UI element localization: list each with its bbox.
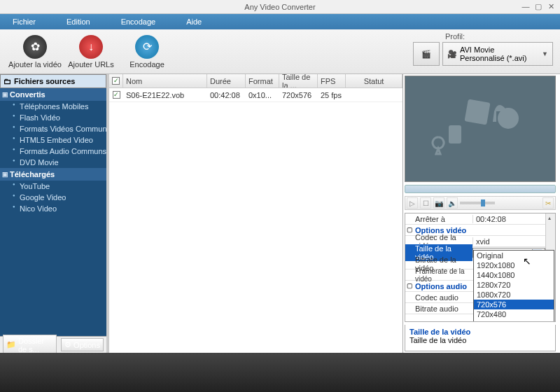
crop-icon[interactable]: ✂ xyxy=(542,197,554,209)
toolbar: ✿ Ajouter la vidéo ↓ Ajouter URLs ⟳ Enco… xyxy=(0,29,560,74)
properties-panel: Arrêter à00:42:08 Options vidéo Codec de… xyxy=(405,213,556,322)
speaker-icon[interactable]: 🔈 xyxy=(447,197,458,209)
folder-icon: 🗀 xyxy=(4,77,11,85)
menu-file[interactable]: Fichier xyxy=(7,16,41,27)
camera-icon[interactable]: 📷 xyxy=(433,197,444,209)
dropdown-item[interactable]: 720x480 xyxy=(474,309,545,319)
download-icon: ↓ xyxy=(79,35,103,59)
close-icon[interactable]: ✕ xyxy=(546,1,556,11)
tree-item[interactable]: Formats Vidéos Communs xyxy=(0,123,106,134)
header-check-all[interactable]: ✓ xyxy=(109,74,123,88)
col-duration[interactable]: Durée xyxy=(207,74,246,88)
tree-item[interactable]: Téléphones Mobiles xyxy=(0,101,106,112)
table-row[interactable]: ✓ S06-E21E22.vob 00:42:08 0x10... 720x57… xyxy=(109,88,402,102)
encoding-button[interactable]: ⟳ Encodage xyxy=(119,35,175,69)
tree-item[interactable]: Flash Vidéo xyxy=(0,112,106,123)
window-title: Any Video Converter xyxy=(244,3,315,11)
dropdown-item[interactable]: 1080x720 xyxy=(474,290,545,300)
col-size[interactable]: Taille de la ... xyxy=(279,74,318,88)
menu-edit[interactable]: Edition xyxy=(61,16,96,27)
col-format[interactable]: Format xyxy=(246,74,279,88)
sidebar: 🗀 Fichiers sources ConvertisTéléphones M… xyxy=(0,74,106,353)
tree-group[interactable]: Convertis xyxy=(0,88,106,101)
refresh-icon: ⟳ xyxy=(135,35,159,59)
col-fps[interactable]: FPS xyxy=(318,74,346,88)
film-reel-icon: ✿ xyxy=(23,35,47,59)
col-status[interactable]: Statut xyxy=(346,74,402,88)
seek-slider[interactable] xyxy=(405,185,556,193)
tree-item[interactable]: YouTube xyxy=(0,181,106,192)
options-button[interactable]: ⚙ Options xyxy=(61,338,104,351)
minimize-icon[interactable]: — xyxy=(521,1,531,11)
section-audio-options[interactable]: Options audio xyxy=(405,282,467,290)
tree-group[interactable]: Téléchargés xyxy=(0,168,106,181)
footer xyxy=(0,353,560,392)
right-panel: ▷ ☐ 📷 🔈 ✂ Arrêter à00:42:08 Options vidé… xyxy=(403,74,560,353)
sidebar-tree: ConvertisTéléphones MobilesFlash VidéoFo… xyxy=(0,88,106,336)
tree-item[interactable]: HTML5 Embed Video xyxy=(0,134,106,146)
dropdown-item[interactable]: 1440x1080 xyxy=(474,270,545,280)
svg-rect-0 xyxy=(464,99,490,125)
sidebar-title: 🗀 Fichiers sources xyxy=(0,74,106,88)
svg-rect-2 xyxy=(449,125,461,144)
play-icon[interactable]: ▷ xyxy=(407,197,418,209)
preview-area xyxy=(405,76,556,182)
col-name[interactable]: Nom xyxy=(123,74,207,88)
dropdown-item[interactable]: 1280x720 xyxy=(474,280,545,290)
output-folder-button[interactable]: 📁 Dossier de s... xyxy=(3,335,57,354)
dropdown-item[interactable]: Original xyxy=(474,251,545,260)
profile-label: Profil: xyxy=(413,32,553,41)
film-strip-icon: 🎬 xyxy=(421,50,431,59)
file-grid: ✓ Nom Durée Format Taille de la ... FPS … xyxy=(109,74,403,353)
menu-help[interactable]: Aide xyxy=(181,16,207,27)
gear-icon: ⚙ xyxy=(64,340,71,349)
chevron-down-icon: ▼ xyxy=(542,50,548,57)
menu-encode[interactable]: Encodage xyxy=(115,16,162,27)
property-description: Taille de la vidéo Taille de la vidéo xyxy=(405,325,556,351)
stop-icon[interactable]: ☐ xyxy=(420,197,431,209)
menubar: Fichier Edition Encodage Aide xyxy=(0,14,560,29)
maximize-icon[interactable]: ▢ xyxy=(533,1,543,11)
add-video-button[interactable]: ✿ Ajouter la vidéo xyxy=(7,35,63,69)
dropdown-item[interactable]: 1920x1080 xyxy=(474,260,545,270)
tree-item[interactable]: Formats Audio Communs xyxy=(0,146,106,157)
profile-open-button[interactable]: 🎬 xyxy=(413,42,440,66)
video-size-options-list[interactable]: Original1920x10801440x10801280x7201080x7… xyxy=(473,250,545,321)
dropdown-item[interactable]: 640x480 xyxy=(474,319,545,321)
profile-dropdown[interactable]: 🎥 AVI Movie Personnalisé (*.avi) ▼ xyxy=(442,42,553,66)
row-checkbox[interactable]: ✓ xyxy=(109,88,123,102)
tree-item[interactable]: DVD Movie xyxy=(0,157,106,168)
movie-icon: 🎥 xyxy=(447,50,457,59)
player-controls: ▷ ☐ 📷 🔈 ✂ xyxy=(405,196,556,210)
volume-slider[interactable] xyxy=(460,202,495,204)
titlebar: Any Video Converter — ▢ ✕ xyxy=(0,0,560,14)
folder-open-icon: 📁 xyxy=(6,340,16,349)
tree-item[interactable]: Google Video xyxy=(0,192,106,203)
tree-item[interactable]: Nico Video xyxy=(0,203,106,214)
add-urls-button[interactable]: ↓ Ajouter URLs xyxy=(63,35,119,69)
dropdown-item[interactable]: 720x576 xyxy=(474,300,545,309)
